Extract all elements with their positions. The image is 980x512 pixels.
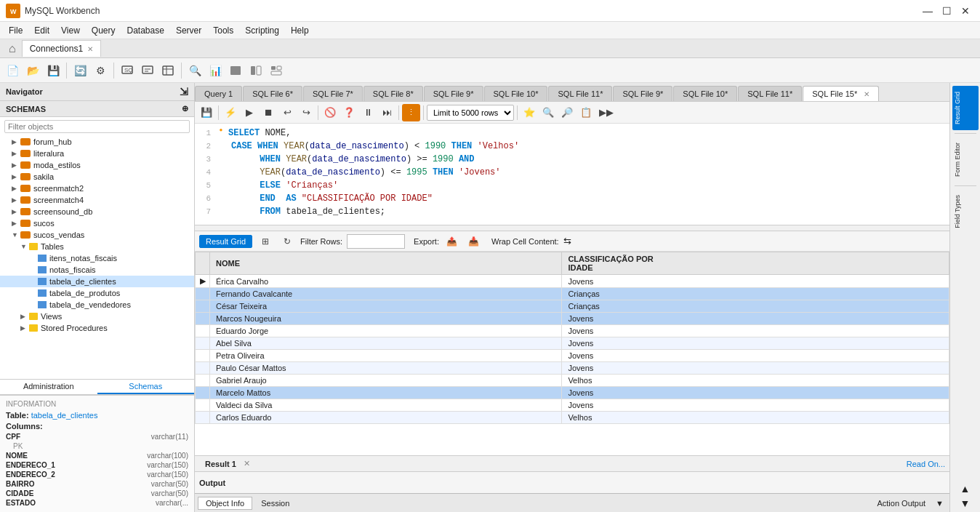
nav-tab-administration[interactable]: Administration (0, 380, 97, 394)
table-row[interactable]: Gabriel AraujoVelhos (196, 375, 949, 387)
table-row[interactable]: Marcelo MattosJovens (196, 387, 949, 399)
rp-scroll-up[interactable]: ▲ (960, 483, 971, 495)
bottom-tab-object-info[interactable]: Object Info (198, 497, 252, 510)
home-button[interactable]: ⌂ (3, 41, 22, 57)
tree-item-moda-estilos[interactable]: ▶ moda_estilos (0, 159, 194, 171)
sql-tab-sqlfile9b[interactable]: SQL File 9* (613, 86, 672, 101)
tree-item-sucos-vendas[interactable]: ▼ sucos_vendas (0, 229, 194, 241)
editor-scrollbar[interactable] (195, 225, 949, 231)
connection-tab-close[interactable]: ✕ (87, 45, 93, 53)
tree-item-forum-hub[interactable]: ▶ forum_hub (0, 136, 194, 148)
sql-tab-sqlfile8[interactable]: SQL File 8* (364, 86, 423, 101)
find-button[interactable]: 🔍 (539, 104, 557, 121)
sql-tab-sqlfile7[interactable]: SQL File 7* (303, 86, 363, 101)
export-button[interactable]: 📤 (443, 233, 461, 250)
save-sql-button[interactable]: 💾 (198, 104, 215, 121)
execute-button[interactable]: ⚡ (222, 104, 239, 121)
result-grid[interactable]: NOME CLASSIFICAÇÃO PORIDADE ▶Érica Carva… (195, 252, 949, 455)
open-query-button[interactable] (138, 61, 157, 80)
menu-tools[interactable]: Tools (207, 24, 239, 37)
stop-button[interactable]: ⏹ (260, 104, 277, 121)
table-row[interactable]: Fernando CavalcanteCrianças (196, 288, 949, 300)
table-row[interactable]: ▶Érica CarvalhoJovens (196, 275, 949, 288)
performance-button[interactable]: 📊 (206, 61, 225, 80)
nav-tab-schemas[interactable]: Schemas (97, 380, 195, 394)
tree-item-tabela-clientes[interactable]: tabela_de_clientes (0, 276, 194, 287)
skip-button[interactable]: ⏭ (378, 104, 395, 121)
layout3-button[interactable] (267, 61, 286, 80)
menu-file[interactable]: File (3, 24, 28, 37)
tree-item-tables-folder[interactable]: ▼ Tables (0, 241, 194, 252)
sql-tab-sqlfile11b[interactable]: SQL File 11* (738, 86, 802, 101)
limit-select[interactable]: Limit to 5000 rows Limit to 1000 rows Do… (427, 105, 514, 121)
bottom-tab-session[interactable]: Session (254, 497, 297, 509)
save-file-button[interactable]: 💾 (44, 61, 63, 80)
table-row[interactable]: Abel SilvaJovens (196, 337, 949, 350)
sql-tab-sqlfile9[interactable]: SQL File 9* (424, 86, 483, 101)
sql-tab-close[interactable]: ✕ (864, 90, 869, 98)
sql-tab-query1[interactable]: Query 1 (195, 86, 242, 101)
tree-item-tabela-vendedores[interactable]: tabela_de_vendedores (0, 299, 194, 311)
new-query-button[interactable]: SQL (118, 61, 137, 80)
table-row[interactable]: César TeixeiraCrianças (196, 300, 949, 313)
zoom-button[interactable]: 🔎 (558, 104, 576, 121)
schemas-options-icon[interactable]: ⊕ (182, 104, 188, 113)
more-button[interactable]: ▶▶ (596, 104, 616, 121)
open-file-button[interactable]: 📂 (23, 61, 42, 80)
explain-button[interactable]: ❓ (340, 104, 358, 121)
layout-button[interactable] (226, 61, 245, 80)
sql-tab-sqlfile15[interactable]: SQL File 15* ✕ (803, 86, 879, 101)
import-button[interactable]: 📥 (465, 233, 483, 250)
menu-view[interactable]: View (55, 24, 86, 37)
beautify-button[interactable]: ⋮ (402, 104, 420, 121)
rp-button-form-editor[interactable]: Form Editor (952, 137, 979, 183)
tree-item-tabela-produtos[interactable]: tabela_de_produtos (0, 287, 194, 299)
navigator-expand-icon[interactable]: ⇲ (180, 86, 188, 97)
table-row[interactable]: Marcos NougeuiraJovens (196, 313, 949, 325)
col-header-classificacao[interactable]: CLASSIFICAÇÃO PORIDADE (562, 252, 949, 275)
result-refresh-button[interactable]: ↻ (278, 233, 296, 250)
rp-button-result-grid[interactable]: Result Grid (952, 86, 979, 130)
table-row[interactable]: Paulo César MattosJovens (196, 362, 949, 375)
filter-rows-input[interactable] (347, 234, 405, 249)
maximize-button[interactable]: ☐ (938, 4, 955, 18)
wrap-icon[interactable]: ⇆ (563, 236, 571, 247)
sql-tab-sqlfile6[interactable]: SQL File 6* (243, 86, 302, 101)
menu-scripting[interactable]: Scripting (239, 24, 285, 37)
result-grid-button[interactable]: Result Grid (199, 235, 252, 248)
tree-item-sakila[interactable]: ▶ sakila (0, 171, 194, 183)
menu-server[interactable]: Server (170, 24, 207, 37)
redo-button[interactable]: ↪ (297, 104, 315, 121)
table-row[interactable]: Valdeci da SilvaJovens (196, 399, 949, 412)
col-header-nome[interactable]: NOME (210, 252, 562, 275)
tree-item-stored-procedures[interactable]: ▶ Stored Procedures (0, 322, 194, 334)
menu-query[interactable]: Query (86, 24, 121, 37)
execute-current-button[interactable]: ▶ (241, 104, 258, 121)
menu-database[interactable]: Database (121, 24, 170, 37)
filter-objects-input[interactable] (4, 120, 190, 133)
table-row[interactable]: Petra OliveiraJovens (196, 350, 949, 362)
sql-tab-sqlfile11[interactable]: SQL File 11* (548, 86, 612, 101)
rp-scroll-down[interactable]: ▼ (960, 497, 971, 509)
refresh-button[interactable]: 🔄 (71, 61, 89, 80)
minimize-button[interactable]: — (919, 4, 936, 18)
table-row[interactable]: Eduardo JorgeJovens (196, 325, 949, 337)
result-tab-1[interactable]: Result 1 (199, 458, 242, 470)
rp-button-field-types[interactable]: Field Types (952, 189, 979, 234)
settings-button[interactable]: ⚙ (91, 61, 110, 80)
star-button[interactable]: ⭐ (521, 104, 538, 121)
close-button[interactable]: ✕ (957, 4, 974, 18)
tree-item-views[interactable]: ▶ Views (0, 311, 194, 322)
tree-item-sucos[interactable]: ▶ sucos (0, 217, 194, 229)
table-row[interactable]: Carlos EduardoVelhos (196, 412, 949, 424)
tree-item-screensound-db[interactable]: ▶ screensound_db (0, 206, 194, 217)
tree-item-notas-fiscais[interactable]: notas_fiscais (0, 264, 194, 276)
connection-tab-connections1[interactable]: Connections1 ✕ (22, 40, 101, 57)
result-tab-close[interactable]: ✕ (244, 459, 250, 468)
bottom-tab-action-output[interactable]: Action Output (869, 497, 933, 509)
info-table-name[interactable]: tabela_de_clientes (31, 411, 98, 420)
result-grid-options-button[interactable]: ⊞ (257, 233, 274, 250)
action-output-dropdown[interactable]: ▼ (933, 497, 947, 509)
tree-item-itens-notas[interactable]: itens_notas_fiscais (0, 252, 194, 264)
tree-item-screenmatch4[interactable]: ▶ screenmatch4 (0, 194, 194, 206)
